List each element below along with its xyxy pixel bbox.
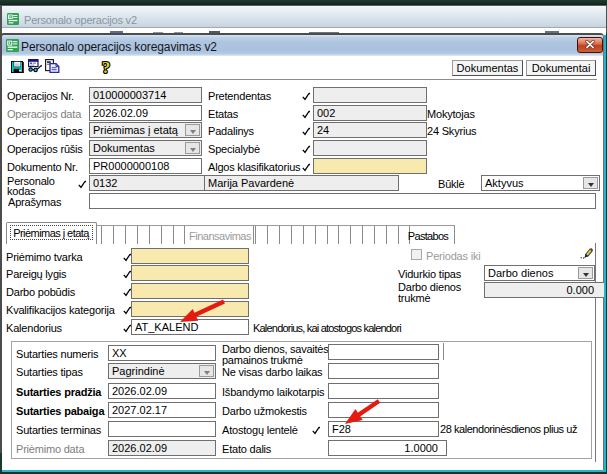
svg-text:?: ?	[102, 58, 111, 77]
